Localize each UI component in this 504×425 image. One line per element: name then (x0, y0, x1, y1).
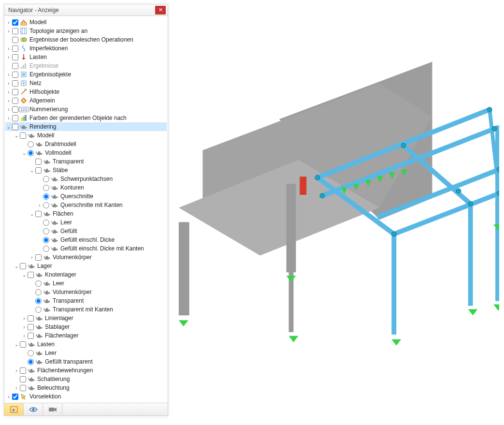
tree-radio[interactable] (28, 350, 34, 356)
tree-item[interactable]: Ergebnisse der booleschen Operationen (5, 35, 167, 44)
tree-item[interactable]: ⌄Lager (5, 262, 167, 270)
chevron-right-icon[interactable]: › (21, 323, 28, 330)
close-icon[interactable]: ✕ (155, 6, 166, 15)
tree-item[interactable]: ⌄Vollmodell (5, 148, 167, 157)
tree-item[interactable]: ›Lasten (5, 53, 167, 61)
tree-radio[interactable] (43, 176, 49, 182)
chevron-down-icon[interactable]: ⌄ (13, 132, 20, 139)
tree-item[interactable]: Leer (5, 218, 167, 227)
tree-item[interactable]: ›Topologie anzeigen an (5, 27, 167, 35)
tree-checkbox[interactable] (12, 98, 18, 104)
tree-item[interactable]: ⌄Modell (5, 131, 167, 140)
tree-item[interactable]: ›Linienlager (5, 314, 167, 322)
tree-item[interactable]: Transparent (5, 296, 167, 305)
tree-item[interactable]: Leer (5, 279, 167, 288)
tree-checkbox[interactable] (28, 315, 34, 322)
tree-checkbox[interactable] (12, 63, 18, 69)
chevron-right-icon[interactable]: › (29, 254, 35, 261)
chevron-down-icon[interactable]: ⌄ (21, 271, 28, 278)
tree-radio[interactable] (28, 150, 34, 156)
tree-checkbox[interactable] (20, 263, 26, 269)
tree-item[interactable]: ›Netz (5, 79, 167, 88)
chevron-down-icon[interactable]: ⌄ (21, 149, 28, 156)
tree-item[interactable]: ›Flächenbewehrungen (5, 366, 167, 375)
tree-checkbox[interactable] (20, 367, 26, 374)
tree-item[interactable]: Volumenkörper (5, 288, 167, 296)
tree-item[interactable]: ›Volumenkörper (5, 253, 167, 262)
tab-views-icon[interactable] (24, 403, 43, 415)
tree-item[interactable]: Drahtmodell (5, 140, 167, 148)
tree-item[interactable]: ⌄Lasten (5, 340, 167, 349)
chevron-right-icon[interactable]: › (21, 315, 28, 322)
tree-checkbox[interactable] (12, 54, 18, 60)
tree-radio[interactable] (43, 220, 49, 226)
chevron-right-icon[interactable]: › (5, 45, 12, 52)
tree-checkbox[interactable] (28, 324, 34, 330)
tree-item[interactable]: ›Beleuchtung (5, 383, 167, 392)
tree-item[interactable]: ›Flächenlager (5, 331, 167, 340)
tree-radio[interactable] (28, 359, 34, 365)
tree-checkbox[interactable] (35, 211, 42, 217)
tree-radio[interactable] (43, 185, 49, 191)
tree-checkbox[interactable] (12, 124, 18, 130)
tree-checkbox[interactable] (12, 106, 18, 113)
tree-checkbox[interactable] (20, 385, 26, 391)
tab-camera-icon[interactable] (43, 403, 62, 415)
chevron-right-icon[interactable]: › (5, 54, 12, 60)
chevron-right-icon[interactable]: › (5, 115, 12, 121)
tree-radio[interactable] (43, 246, 49, 252)
tree-checkbox[interactable] (35, 159, 42, 165)
tree-checkbox[interactable] (12, 19, 18, 26)
chevron-down-icon[interactable]: ⌄ (13, 341, 20, 348)
tree-checkbox[interactable] (20, 132, 26, 139)
tree-radio[interactable] (35, 298, 42, 304)
tree-checkbox[interactable] (28, 272, 34, 278)
tree-checkbox[interactable] (35, 167, 42, 174)
tree-item[interactable]: Gefüllt (5, 227, 167, 235)
tree-checkbox[interactable] (12, 80, 18, 87)
chevron-right-icon[interactable]: › (5, 19, 12, 26)
chevron-down-icon[interactable]: ⌄ (13, 263, 20, 269)
tree-item[interactable]: ›Allgemein (5, 96, 167, 105)
tree-item[interactable]: Gefüllt einschl. Dicke mit Kanten (5, 244, 167, 253)
tree-item[interactable]: ›123Nummerierung (5, 105, 167, 114)
tree-item[interactable]: Konturen (5, 183, 167, 192)
tree-item[interactable]: ›Vorselektion (5, 392, 167, 401)
structural-3d-viewport[interactable] (174, 5, 499, 420)
chevron-right-icon[interactable]: › (36, 202, 43, 208)
tree-item[interactable]: Gefüllt transparent (5, 357, 167, 366)
chevron-right-icon[interactable]: › (5, 71, 12, 78)
chevron-right-icon[interactable]: › (13, 367, 20, 374)
tree-item[interactable]: ⌄Stäbe (5, 166, 167, 175)
chevron-right-icon[interactable]: › (5, 106, 12, 113)
chevron-right-icon[interactable]: › (5, 28, 12, 34)
tab-data-icon[interactable] (4, 403, 24, 415)
tree-radio[interactable] (43, 193, 49, 200)
tree-checkbox[interactable] (12, 115, 18, 121)
tree-item[interactable]: Querschnitte (5, 192, 167, 201)
tree-checkbox[interactable] (12, 45, 18, 52)
tree-radio[interactable] (35, 307, 42, 313)
tree-item[interactable]: ›Farben der gerenderten Objekte nach (5, 114, 167, 122)
chevron-right-icon[interactable]: › (5, 393, 12, 400)
chevron-right-icon[interactable]: › (21, 332, 28, 339)
chevron-right-icon[interactable]: › (5, 80, 12, 87)
tree-checkbox[interactable] (20, 341, 26, 348)
tree-item[interactable]: ⌄Knotenlager (5, 270, 167, 279)
tree-item[interactable]: ⌄Rendering (5, 122, 167, 131)
tree-item[interactable]: ›Modell (5, 18, 167, 27)
tree-item[interactable]: Schattierung (5, 375, 167, 383)
chevron-right-icon[interactable]: › (5, 97, 12, 104)
tree-checkbox[interactable] (12, 72, 18, 78)
panel-titlebar[interactable]: Navigator - Anzeige ✕ (4, 4, 168, 16)
tree-radio[interactable] (43, 237, 49, 243)
navigator-tree[interactable]: ›Modell›Topologie anzeigen anErgebnisse … (4, 16, 168, 403)
tree-item[interactable]: ›Stablager (5, 322, 167, 331)
tree-item[interactable]: Ergebnisse (5, 61, 167, 70)
chevron-down-icon[interactable]: ⌄ (29, 210, 35, 217)
tree-item[interactable]: Schwerpunktachsen (5, 175, 167, 183)
tree-radio[interactable] (35, 280, 42, 287)
chevron-down-icon[interactable]: ⌄ (29, 167, 35, 174)
tree-checkbox[interactable] (28, 333, 34, 339)
tree-item[interactable]: ›Imperfektionen (5, 44, 167, 53)
